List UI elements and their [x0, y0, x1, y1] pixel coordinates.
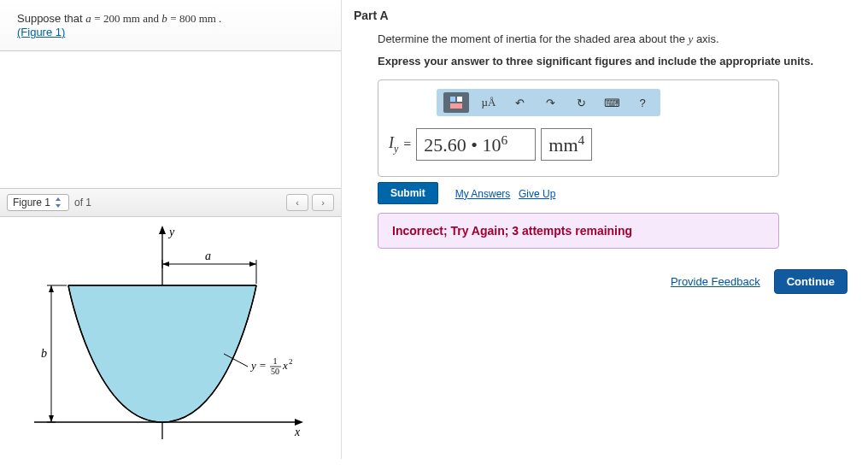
prev-figure-button[interactable]: ‹ [286, 194, 308, 211]
dim-a-label: a [205, 250, 211, 262]
redo-button[interactable]: ↷ [539, 92, 561, 113]
help-button[interactable]: ? [631, 92, 654, 113]
action-row: Submit My Answers Give Up [378, 182, 856, 204]
figure-count: of 1 [74, 197, 91, 209]
svg-text:2: 2 [289, 357, 293, 366]
feedback-message: Incorrect; Try Again; 3 attempts remaini… [378, 213, 779, 249]
answer-row: Iy = 25.60 • 106 mm4 [389, 128, 768, 161]
svg-marker-13 [49, 285, 54, 292]
axis-x-label: x [294, 426, 301, 438]
shaded-region [68, 285, 256, 422]
answer-input-panel: µÅ ↶ ↷ ↻ ⌨ ? Iy = 25.60 • 106 [378, 79, 779, 177]
give-up-link[interactable]: Give Up [519, 188, 555, 200]
svg-marker-9 [249, 261, 256, 267]
a-value: = 200 mm and [94, 12, 161, 25]
submit-button[interactable]: Submit [378, 182, 438, 204]
continue-button[interactable]: Continue [774, 269, 847, 294]
svg-marker-3 [295, 419, 303, 426]
curve-equation: y = [249, 359, 267, 372]
next-figure-button[interactable]: › [312, 194, 334, 211]
template-button[interactable] [443, 92, 469, 113]
svg-text:50: 50 [271, 367, 279, 376]
prompt-text: Suppose that [17, 12, 85, 25]
units-button[interactable]: µÅ [478, 92, 500, 113]
reset-button[interactable]: ↻ [570, 92, 592, 113]
equals-sign: = [403, 137, 411, 152]
part-label: Part A [354, 9, 856, 22]
hint-text: Express your answer to three significant… [378, 55, 856, 68]
svg-text:1: 1 [273, 356, 278, 366]
svg-marker-2 [159, 226, 166, 234]
footer-row: Provide Feedback Continue [354, 269, 856, 294]
stepper-icon[interactable] [54, 197, 63, 209]
undo-button[interactable]: ↶ [508, 92, 531, 113]
provide-feedback-link[interactable]: Provide Feedback [671, 275, 760, 288]
var-a: a [85, 12, 91, 25]
answer-symbol: Iy [389, 134, 398, 156]
figure-nav-bar: Figure 1 of 1 ‹ › [0, 188, 341, 217]
figure-selector-label: Figure 1 [13, 197, 50, 209]
figure-image: y x a b [0, 217, 341, 459]
answer-unit-input[interactable]: mm4 [541, 128, 592, 161]
dim-b-label: b [41, 347, 47, 360]
svg-text:x: x [282, 359, 288, 372]
question-text: Determine the moment of inertia for the … [378, 32, 856, 46]
svg-marker-8 [162, 261, 169, 267]
answer-value-input[interactable]: 25.60 • 106 [416, 128, 536, 161]
problem-prompt: Suppose that a = 200 mm and b = 800 mm .… [0, 0, 341, 51]
b-value: = 800 mm . [170, 12, 221, 25]
figure-selector[interactable]: Figure 1 [7, 194, 69, 211]
keyboard-button[interactable]: ⌨ [601, 92, 623, 113]
axis-y-label: y [167, 226, 175, 238]
var-b: b [161, 12, 167, 25]
figure-link[interactable]: (Figure 1) [17, 26, 65, 38]
input-toolbar: µÅ ↶ ↷ ↻ ⌨ ? [437, 89, 660, 116]
svg-marker-14 [49, 415, 54, 422]
my-answers-link[interactable]: My Answers [455, 188, 511, 200]
